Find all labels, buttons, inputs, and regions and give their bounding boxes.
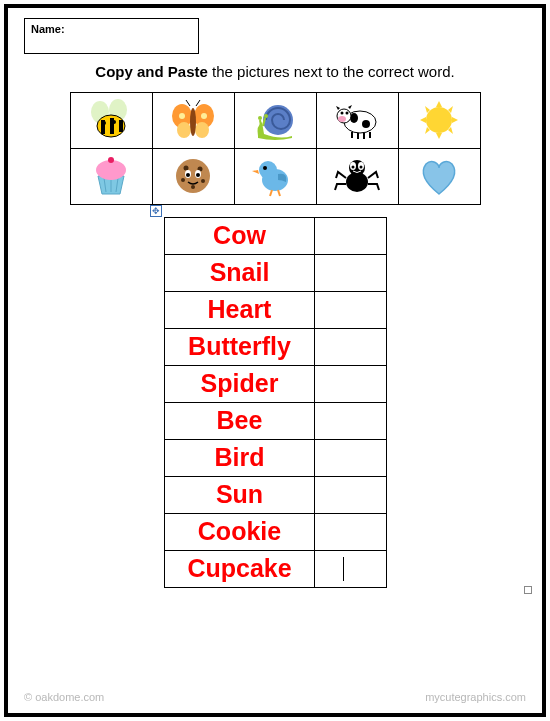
table-row: Sun	[165, 476, 387, 513]
table-move-handle-icon[interactable]: ✥	[150, 205, 162, 217]
word-table-container: ✥ Cow Snail Heart Butterfly Spider	[164, 217, 526, 588]
footer: © oakdome.com mycutegraphics.com	[24, 691, 526, 703]
table-row: Cow	[165, 217, 387, 254]
svg-point-50	[259, 161, 277, 179]
svg-line-52	[270, 190, 272, 196]
word-cell: Bird	[165, 439, 315, 476]
table-row: Snail	[165, 254, 387, 291]
instruction-bold: Copy and Paste	[95, 63, 208, 80]
picture-cell-spider[interactable]	[316, 148, 398, 204]
svg-point-24	[362, 120, 370, 128]
svg-point-51	[263, 166, 267, 170]
picture-cell-butterfly[interactable]	[152, 92, 234, 148]
svg-point-13	[201, 113, 207, 119]
butterfly-icon	[168, 98, 218, 142]
footer-left: © oakdome.com	[24, 691, 104, 703]
picture-cell-cookie[interactable]	[152, 148, 234, 204]
table-resize-handle-icon[interactable]	[524, 586, 532, 594]
picture-cell-snail[interactable]	[234, 92, 316, 148]
table-row: Spider	[165, 365, 387, 402]
table-row: Bird	[165, 439, 387, 476]
word-cell: Spider	[165, 365, 315, 402]
table-row: Butterfly	[165, 328, 387, 365]
drop-cell[interactable]	[315, 328, 387, 365]
drop-cell[interactable]	[315, 402, 387, 439]
drop-cell[interactable]	[315, 254, 387, 291]
svg-point-59	[360, 166, 363, 169]
picture-cell-sun[interactable]	[398, 92, 480, 148]
picture-cell-cupcake[interactable]	[70, 148, 152, 204]
picture-cell-cow[interactable]	[316, 92, 398, 148]
sun-icon	[414, 98, 464, 142]
svg-point-33	[426, 107, 452, 133]
snail-icon	[250, 98, 300, 142]
picture-cell-bee[interactable]	[70, 92, 152, 148]
heart-icon	[414, 154, 464, 198]
word-cell: Bee	[165, 402, 315, 439]
footer-right: mycutegraphics.com	[425, 691, 526, 703]
instruction-text: Copy and Paste the pictures next to the …	[24, 62, 526, 82]
svg-point-47	[186, 173, 190, 177]
drop-cell[interactable]	[315, 217, 387, 254]
cow-icon	[332, 98, 382, 142]
drop-cell[interactable]	[315, 439, 387, 476]
word-cell: Cupcake	[165, 550, 315, 587]
word-cell: Cookie	[165, 513, 315, 550]
cupcake-icon	[86, 154, 136, 198]
svg-point-11	[195, 122, 209, 138]
svg-point-12	[179, 113, 185, 119]
drop-cell[interactable]	[315, 476, 387, 513]
drop-cell[interactable]	[315, 513, 387, 550]
picture-cell-heart[interactable]	[398, 148, 480, 204]
svg-point-7	[112, 120, 116, 124]
svg-line-20	[260, 120, 261, 126]
svg-point-19	[264, 114, 268, 118]
cookie-icon	[168, 154, 218, 198]
word-cell: Sun	[165, 476, 315, 513]
svg-point-43	[201, 179, 205, 183]
picture-cell-bird[interactable]	[234, 148, 316, 204]
svg-point-28	[346, 112, 349, 115]
drop-cell[interactable]	[315, 550, 387, 587]
svg-rect-5	[119, 120, 123, 132]
picture-grid	[70, 92, 481, 205]
svg-point-58	[352, 166, 355, 169]
instruction-rest: the pictures next to the correct word.	[208, 63, 455, 80]
svg-point-26	[338, 116, 346, 122]
table-row: Cookie	[165, 513, 387, 550]
word-cell: Heart	[165, 291, 315, 328]
drop-cell[interactable]	[315, 291, 387, 328]
svg-point-42	[181, 178, 185, 182]
worksheet-page: Name: Copy and Paste the pictures next t…	[4, 4, 546, 717]
word-cell: Snail	[165, 254, 315, 291]
svg-point-14	[190, 108, 196, 136]
text-cursor-icon	[343, 557, 344, 581]
word-table: Cow Snail Heart Butterfly Spider Bee	[164, 217, 387, 588]
name-label: Name:	[31, 23, 65, 35]
svg-point-17	[263, 105, 293, 135]
spider-icon	[332, 154, 382, 198]
table-row: Bee	[165, 402, 387, 439]
svg-point-40	[184, 166, 189, 171]
bee-icon	[86, 98, 136, 142]
svg-line-53	[278, 190, 280, 196]
bird-icon	[250, 154, 300, 198]
svg-point-44	[191, 185, 195, 189]
word-cell: Cow	[165, 217, 315, 254]
drop-cell[interactable]	[315, 365, 387, 402]
svg-point-18	[258, 116, 262, 120]
table-row: Cupcake	[165, 550, 387, 587]
svg-point-10	[177, 122, 191, 138]
table-row: Heart	[165, 291, 387, 328]
svg-line-16	[196, 100, 200, 106]
svg-point-27	[341, 112, 344, 115]
svg-line-15	[186, 100, 190, 106]
name-field-box[interactable]: Name:	[24, 18, 199, 54]
word-cell: Butterfly	[165, 328, 315, 365]
svg-point-6	[102, 121, 106, 125]
svg-point-38	[108, 157, 114, 163]
svg-point-48	[196, 173, 200, 177]
